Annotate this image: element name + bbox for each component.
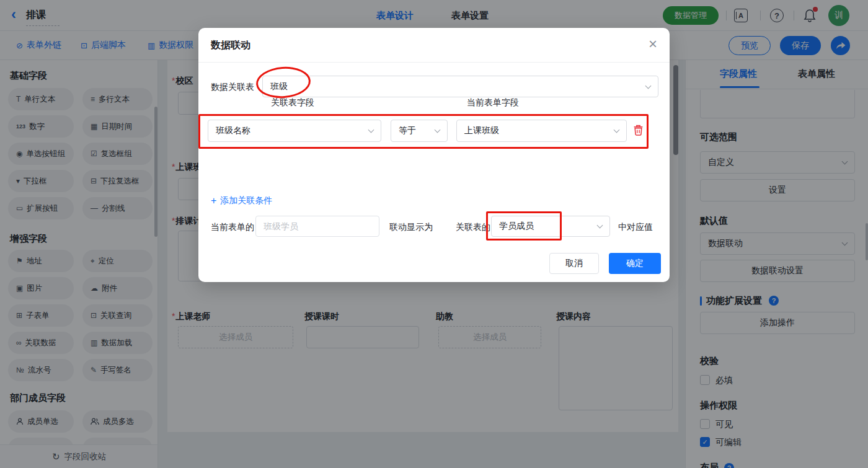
select-value: 班级 [270,81,288,92]
select-value: 上课班级 [464,125,499,136]
condition-operator-select[interactable]: 等于 [391,120,448,142]
dialog-title: 数据联动 [211,39,250,52]
relation-table-select[interactable]: 班级 [262,76,658,97]
data-linkage-dialog: 数据联动 × 数据关联表 班级 关联表字段 当前表单字段 班级名称 等于 上课班… [198,28,670,282]
column-header-left: 关联表字段 [271,97,314,108]
confirm-button[interactable]: 确定 [609,253,661,274]
dialog-divider [198,62,670,63]
chevron-down-icon [645,82,652,89]
select-value: 等于 [399,125,416,136]
mapping-current-field-input[interactable] [255,216,379,237]
column-header-right: 当前表单字段 [467,97,519,108]
close-icon[interactable]: × [649,35,657,53]
chevron-down-icon [597,223,603,229]
select-value: 学员成员 [499,221,534,232]
chevron-down-icon [435,127,441,133]
mapping-field-select[interactable]: 学员成员 [491,216,610,237]
plus-icon: + [211,195,216,206]
condition-left-field-select[interactable]: 班级名称 [208,120,381,142]
relation-table-label: 数据关联表 [211,82,254,93]
cancel-button[interactable]: 取消 [549,253,599,274]
select-value: 班级名称 [216,125,250,136]
chevron-down-icon [614,127,620,133]
mapping-prefix-label: 当前表单的 [211,222,254,233]
add-condition-link[interactable]: + 添加关联条件 [211,195,272,206]
delete-condition-icon[interactable] [633,125,644,138]
mapping-table-prefix-label: 关联表的 [456,222,490,233]
chevron-down-icon [368,127,374,133]
add-condition-label: 添加关联条件 [220,195,272,206]
condition-right-field-select[interactable]: 上课班级 [456,120,627,142]
mapping-suffix-label: 中对应值 [618,222,653,233]
mapping-middle-label: 联动显示为 [389,222,433,233]
